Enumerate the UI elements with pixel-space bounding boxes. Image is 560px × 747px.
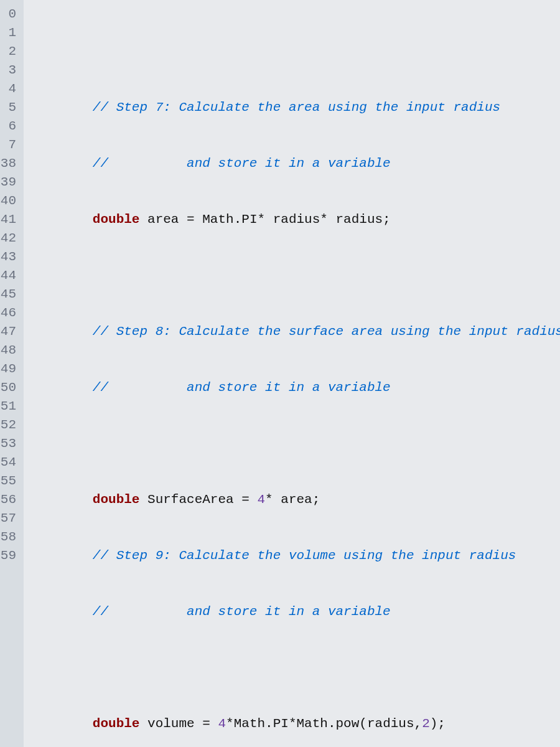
code-line: double SurfaceArea = 4* area; bbox=[30, 491, 560, 509]
code-area[interactable]: // Step 7: Calculate the area using the … bbox=[24, 0, 560, 747]
line-number-gutter: 0 1 2 3 4 5 6 7 38 39 40 41 42 43 44 45 … bbox=[0, 0, 24, 747]
code-line: double volume = 4*Math.PI*Math.pow(radiu… bbox=[30, 715, 560, 733]
code-editor[interactable]: 0 1 2 3 4 5 6 7 38 39 40 41 42 43 44 45 … bbox=[0, 0, 560, 747]
code-line bbox=[30, 435, 560, 453]
code-line bbox=[30, 266, 560, 285]
code-line bbox=[30, 42, 560, 61]
code-line: // and store it in a variable bbox=[30, 154, 560, 173]
code-line: // and store it in a variable bbox=[30, 378, 560, 397]
code-line: // Step 8: Calculate the surface area us… bbox=[30, 322, 560, 341]
code-line: double area = Math.PI* radius* radius; bbox=[30, 210, 560, 229]
code-line: // Step 9: Calculate the volume using th… bbox=[30, 547, 560, 565]
code-line bbox=[30, 659, 560, 677]
code-line: // and store it in a variable bbox=[30, 603, 560, 621]
code-line: // Step 7: Calculate the area using the … bbox=[30, 98, 560, 117]
